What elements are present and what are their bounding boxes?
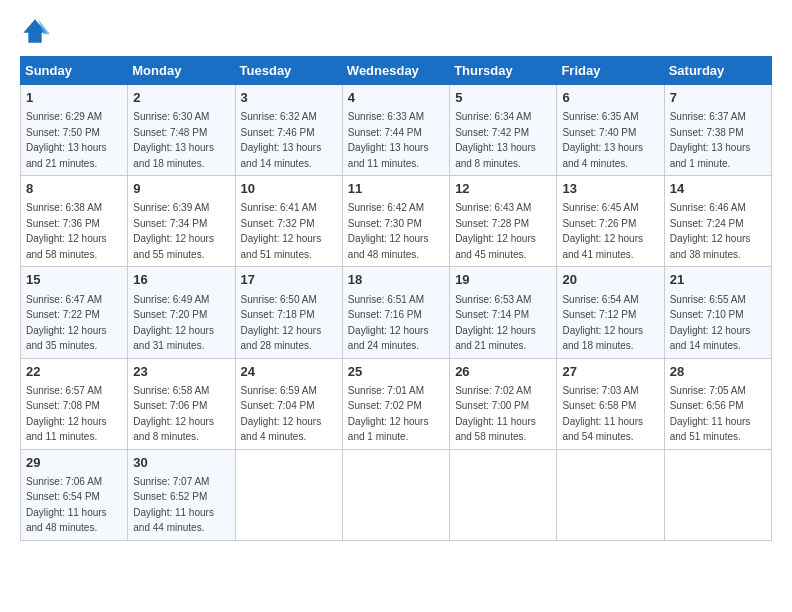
day-cell: 20 Sunrise: 6:54 AMSunset: 7:12 PMDaylig… — [557, 267, 664, 358]
day-number: 30 — [133, 454, 229, 472]
day-info: Sunrise: 7:06 AMSunset: 6:54 PMDaylight:… — [26, 476, 107, 534]
day-number: 1 — [26, 89, 122, 107]
day-cell: 9 Sunrise: 6:39 AMSunset: 7:34 PMDayligh… — [128, 176, 235, 267]
day-cell: 12 Sunrise: 6:43 AMSunset: 7:28 PMDaylig… — [450, 176, 557, 267]
day-cell: 28 Sunrise: 7:05 AMSunset: 6:56 PMDaylig… — [664, 358, 771, 449]
day-info: Sunrise: 6:43 AMSunset: 7:28 PMDaylight:… — [455, 202, 536, 260]
day-number: 16 — [133, 271, 229, 289]
day-cell: 26 Sunrise: 7:02 AMSunset: 7:00 PMDaylig… — [450, 358, 557, 449]
day-cell: 14 Sunrise: 6:46 AMSunset: 7:24 PMDaylig… — [664, 176, 771, 267]
day-number: 8 — [26, 180, 122, 198]
day-number: 24 — [241, 363, 337, 381]
day-info: Sunrise: 6:50 AMSunset: 7:18 PMDaylight:… — [241, 294, 322, 352]
day-cell: 6 Sunrise: 6:35 AMSunset: 7:40 PMDayligh… — [557, 85, 664, 176]
day-number: 27 — [562, 363, 658, 381]
day-cell: 3 Sunrise: 6:32 AMSunset: 7:46 PMDayligh… — [235, 85, 342, 176]
day-info: Sunrise: 6:51 AMSunset: 7:16 PMDaylight:… — [348, 294, 429, 352]
day-cell: 4 Sunrise: 6:33 AMSunset: 7:44 PMDayligh… — [342, 85, 449, 176]
day-number: 11 — [348, 180, 444, 198]
day-info: Sunrise: 6:59 AMSunset: 7:04 PMDaylight:… — [241, 385, 322, 443]
day-info: Sunrise: 7:05 AMSunset: 6:56 PMDaylight:… — [670, 385, 751, 443]
week-row-2: 8 Sunrise: 6:38 AMSunset: 7:36 PMDayligh… — [21, 176, 772, 267]
day-number: 21 — [670, 271, 766, 289]
col-wednesday: Wednesday — [342, 57, 449, 85]
day-info: Sunrise: 6:37 AMSunset: 7:38 PMDaylight:… — [670, 111, 751, 169]
day-number: 18 — [348, 271, 444, 289]
day-cell: 15 Sunrise: 6:47 AMSunset: 7:22 PMDaylig… — [21, 267, 128, 358]
day-info: Sunrise: 6:42 AMSunset: 7:30 PMDaylight:… — [348, 202, 429, 260]
day-info: Sunrise: 6:38 AMSunset: 7:36 PMDaylight:… — [26, 202, 107, 260]
day-number: 7 — [670, 89, 766, 107]
day-info: Sunrise: 6:29 AMSunset: 7:50 PMDaylight:… — [26, 111, 107, 169]
day-cell: 19 Sunrise: 6:53 AMSunset: 7:14 PMDaylig… — [450, 267, 557, 358]
day-info: Sunrise: 6:57 AMSunset: 7:08 PMDaylight:… — [26, 385, 107, 443]
day-number: 29 — [26, 454, 122, 472]
day-info: Sunrise: 7:03 AMSunset: 6:58 PMDaylight:… — [562, 385, 643, 443]
day-cell: 7 Sunrise: 6:37 AMSunset: 7:38 PMDayligh… — [664, 85, 771, 176]
col-tuesday: Tuesday — [235, 57, 342, 85]
day-number: 2 — [133, 89, 229, 107]
day-cell: 8 Sunrise: 6:38 AMSunset: 7:36 PMDayligh… — [21, 176, 128, 267]
day-number: 23 — [133, 363, 229, 381]
col-sunday: Sunday — [21, 57, 128, 85]
day-cell: 18 Sunrise: 6:51 AMSunset: 7:16 PMDaylig… — [342, 267, 449, 358]
day-cell: 25 Sunrise: 7:01 AMSunset: 7:02 PMDaylig… — [342, 358, 449, 449]
day-cell: 2 Sunrise: 6:30 AMSunset: 7:48 PMDayligh… — [128, 85, 235, 176]
day-info: Sunrise: 6:46 AMSunset: 7:24 PMDaylight:… — [670, 202, 751, 260]
day-info: Sunrise: 6:34 AMSunset: 7:42 PMDaylight:… — [455, 111, 536, 169]
day-number: 4 — [348, 89, 444, 107]
day-number: 28 — [670, 363, 766, 381]
day-info: Sunrise: 7:07 AMSunset: 6:52 PMDaylight:… — [133, 476, 214, 534]
day-info: Sunrise: 7:02 AMSunset: 7:00 PMDaylight:… — [455, 385, 536, 443]
day-cell: 21 Sunrise: 6:55 AMSunset: 7:10 PMDaylig… — [664, 267, 771, 358]
day-info: Sunrise: 6:53 AMSunset: 7:14 PMDaylight:… — [455, 294, 536, 352]
day-info: Sunrise: 6:55 AMSunset: 7:10 PMDaylight:… — [670, 294, 751, 352]
day-cell: 27 Sunrise: 7:03 AMSunset: 6:58 PMDaylig… — [557, 358, 664, 449]
day-number: 26 — [455, 363, 551, 381]
calendar-table: Sunday Monday Tuesday Wednesday Thursday… — [20, 56, 772, 541]
week-row-3: 15 Sunrise: 6:47 AMSunset: 7:22 PMDaylig… — [21, 267, 772, 358]
day-info: Sunrise: 6:54 AMSunset: 7:12 PMDaylight:… — [562, 294, 643, 352]
day-info: Sunrise: 6:39 AMSunset: 7:34 PMDaylight:… — [133, 202, 214, 260]
day-number: 17 — [241, 271, 337, 289]
week-row-4: 22 Sunrise: 6:57 AMSunset: 7:08 PMDaylig… — [21, 358, 772, 449]
day-cell: 10 Sunrise: 6:41 AMSunset: 7:32 PMDaylig… — [235, 176, 342, 267]
day-number: 3 — [241, 89, 337, 107]
day-number: 12 — [455, 180, 551, 198]
day-info: Sunrise: 6:45 AMSunset: 7:26 PMDaylight:… — [562, 202, 643, 260]
day-number: 13 — [562, 180, 658, 198]
header-row: Sunday Monday Tuesday Wednesday Thursday… — [21, 57, 772, 85]
day-cell: 5 Sunrise: 6:34 AMSunset: 7:42 PMDayligh… — [450, 85, 557, 176]
day-info: Sunrise: 6:58 AMSunset: 7:06 PMDaylight:… — [133, 385, 214, 443]
day-cell: 24 Sunrise: 6:59 AMSunset: 7:04 PMDaylig… — [235, 358, 342, 449]
header — [20, 16, 772, 46]
day-number: 6 — [562, 89, 658, 107]
day-info: Sunrise: 6:49 AMSunset: 7:20 PMDaylight:… — [133, 294, 214, 352]
day-info: Sunrise: 6:30 AMSunset: 7:48 PMDaylight:… — [133, 111, 214, 169]
day-number: 25 — [348, 363, 444, 381]
logo — [20, 16, 54, 46]
week-row-1: 1 Sunrise: 6:29 AMSunset: 7:50 PMDayligh… — [21, 85, 772, 176]
day-cell — [664, 449, 771, 540]
week-row-5: 29 Sunrise: 7:06 AMSunset: 6:54 PMDaylig… — [21, 449, 772, 540]
day-cell: 1 Sunrise: 6:29 AMSunset: 7:50 PMDayligh… — [21, 85, 128, 176]
day-number: 15 — [26, 271, 122, 289]
day-number: 10 — [241, 180, 337, 198]
day-cell: 30 Sunrise: 7:07 AMSunset: 6:52 PMDaylig… — [128, 449, 235, 540]
col-saturday: Saturday — [664, 57, 771, 85]
day-number: 9 — [133, 180, 229, 198]
day-cell: 17 Sunrise: 6:50 AMSunset: 7:18 PMDaylig… — [235, 267, 342, 358]
day-info: Sunrise: 7:01 AMSunset: 7:02 PMDaylight:… — [348, 385, 429, 443]
day-cell: 13 Sunrise: 6:45 AMSunset: 7:26 PMDaylig… — [557, 176, 664, 267]
day-cell: 23 Sunrise: 6:58 AMSunset: 7:06 PMDaylig… — [128, 358, 235, 449]
day-cell: 22 Sunrise: 6:57 AMSunset: 7:08 PMDaylig… — [21, 358, 128, 449]
day-info: Sunrise: 6:47 AMSunset: 7:22 PMDaylight:… — [26, 294, 107, 352]
day-info: Sunrise: 6:32 AMSunset: 7:46 PMDaylight:… — [241, 111, 322, 169]
calendar-page: Sunday Monday Tuesday Wednesday Thursday… — [0, 0, 792, 612]
day-info: Sunrise: 6:35 AMSunset: 7:40 PMDaylight:… — [562, 111, 643, 169]
col-monday: Monday — [128, 57, 235, 85]
col-thursday: Thursday — [450, 57, 557, 85]
day-number: 14 — [670, 180, 766, 198]
day-cell — [557, 449, 664, 540]
day-info: Sunrise: 6:41 AMSunset: 7:32 PMDaylight:… — [241, 202, 322, 260]
